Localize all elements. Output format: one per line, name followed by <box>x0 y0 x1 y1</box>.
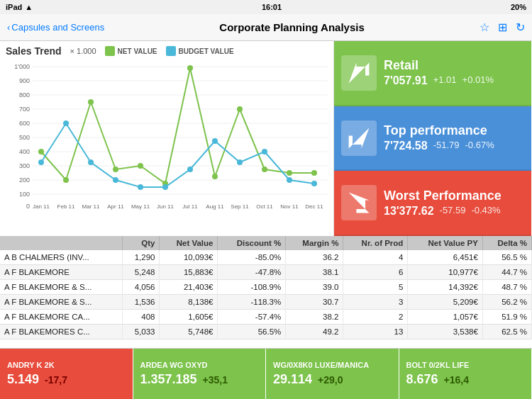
svg-point-35 <box>88 159 94 165</box>
wifi-icon: ▲ <box>25 3 33 11</box>
svg-point-29 <box>237 106 243 112</box>
svg-text:900: 900 <box>19 77 30 84</box>
chart-scale: × 1.000 <box>70 47 96 55</box>
kpi-pct-top-perf: -0.67% <box>465 140 494 152</box>
table-cell-3-3: -118.3% <box>218 295 286 310</box>
table-row: A B CHALMERS (INV...1,29010,093€-85.0%36… <box>0 250 532 265</box>
bottom-kpi-strip: ANDRY K 2K5.149-17,7ARDEA WG OXYD1.357.1… <box>0 348 532 399</box>
kpi-content-top-perf: Top performance 7'724.58 -51.79 -0.67% <box>384 123 524 152</box>
table-cell-0-3: -85.0% <box>218 250 286 265</box>
table-cell-1-1: 5,248 <box>122 265 160 280</box>
kpi-main-top-perf: 7'724.58 <box>384 140 428 152</box>
svg-text:Mar 11: Mar 11 <box>82 203 100 210</box>
svg-marker-57 <box>349 62 370 83</box>
table-cell-0-1: 1,290 <box>122 250 160 265</box>
svg-point-41 <box>237 159 243 165</box>
table-cell-4-1: 408 <box>122 310 160 325</box>
star-icon[interactable]: ☆ <box>480 21 489 34</box>
bottom-kpi-label-3: BOLT 0/2KL LIFE <box>406 361 525 369</box>
kpi-card-top-perf: Top performance 7'724.58 -51.79 -0.67% <box>334 106 531 172</box>
svg-text:Aug 11: Aug 11 <box>206 203 224 210</box>
table-cell-1-4: 38.1 <box>286 265 343 280</box>
bottom-kpi-label-1: ARDEA WG OXYD <box>140 361 259 369</box>
kpi-column: Retail 7'057.91 +1.01 +0.01% Top perform… <box>334 41 531 236</box>
table-row: A F BLAKEMORES C...5,0335,748€56.5%49.21… <box>0 325 532 339</box>
chart-svg: 1'000 900 800 700 600 500 400 300 200 10… <box>6 60 328 215</box>
table-row: A F BLAKEMORE CA...4081,605€-57.4%38.221… <box>0 310 532 325</box>
table-cell-3-2: 8,138€ <box>160 295 218 310</box>
bottom-kpi-delta-1: +35,1 <box>203 374 228 386</box>
legend-budget-dot <box>166 46 176 56</box>
table-cell-5-0: A F BLAKEMORES C... <box>0 325 122 339</box>
svg-point-25 <box>138 163 143 169</box>
svg-text:Oct 11: Oct 11 <box>256 203 273 210</box>
table-cell-2-7: 48.7 % <box>482 280 531 295</box>
svg-text:Apr 11: Apr 11 <box>107 203 124 210</box>
svg-point-33 <box>38 159 44 165</box>
kpi-delta-worst-perf: -57.59 <box>440 205 466 218</box>
back-button[interactable]: ‹ Capsules and Screens <box>7 22 104 33</box>
status-left: iPad ▲ <box>6 3 33 11</box>
battery-icon: 20% <box>511 3 526 11</box>
legend-net-dot <box>105 46 115 56</box>
table-cell-2-0: A F BLAKEMORE & S... <box>0 280 122 295</box>
bottom-kpi-3: BOLT 0/2KL LIFE8.676+16,4 <box>399 349 533 399</box>
table-row: A F BLAKEMORE & S...4,05621,403€-108.9%3… <box>0 280 532 295</box>
table-cell-1-2: 15,883€ <box>160 265 218 280</box>
table-cell-4-5: 2 <box>343 310 408 325</box>
legend-budget-label: BUDGET VALUE <box>179 47 234 55</box>
table-cell-5-4: 49.2 <box>286 325 343 339</box>
legend-budget: BUDGET VALUE <box>166 46 234 56</box>
kpi-content-worst-perf: Worst Performance 13'377.62 -57.59 -0.43… <box>384 189 524 218</box>
table-cell-0-0: A B CHALMERS (INV... <box>0 250 122 265</box>
kpi-card-retail: Retail 7'057.91 +1.01 +0.01% <box>334 41 531 106</box>
svg-point-42 <box>262 149 267 154</box>
svg-point-38 <box>162 184 168 190</box>
bottom-kpi-delta-0: -17,7 <box>45 374 67 386</box>
layout-icon[interactable]: ⊞ <box>498 21 507 34</box>
table-cell-3-7: 56.2 % <box>482 295 531 310</box>
col-header-discount: Discount % <box>218 236 286 250</box>
svg-point-21 <box>38 149 44 154</box>
table-row: A F BLAKEMORE & S...1,5368,138€-118.3%30… <box>0 295 532 310</box>
back-label[interactable]: Capsules and Screens <box>11 22 104 33</box>
bottom-kpi-label-0: ANDRY K 2K <box>7 361 126 369</box>
svg-text:Nov 11: Nov 11 <box>280 203 299 210</box>
table-cell-4-0: A F BLAKEMORE CA... <box>0 310 122 325</box>
status-right: 20% <box>511 3 526 11</box>
svg-text:700: 700 <box>19 106 30 113</box>
svg-text:0: 0 <box>26 203 30 210</box>
kpi-label-retail: Retail <box>384 58 524 73</box>
bottom-kpi-1: ARDEA WG OXYD1.357.185+35,1 <box>133 349 267 399</box>
table-cell-3-0: A F BLAKEMORE & S... <box>0 295 122 310</box>
refresh-icon[interactable]: ↻ <box>516 21 525 34</box>
table-cell-0-6: 6,451€ <box>408 250 483 265</box>
svg-text:300: 300 <box>19 162 30 169</box>
svg-point-24 <box>113 167 118 172</box>
svg-text:100: 100 <box>19 191 30 198</box>
table-cell-1-7: 44.7 % <box>482 265 531 280</box>
col-header-name <box>0 236 122 250</box>
kpi-arrow-worst-perf <box>341 185 377 220</box>
svg-point-39 <box>187 167 193 172</box>
table-cell-3-4: 30.7 <box>286 295 343 310</box>
svg-text:Dec 11: Dec 11 <box>305 203 323 210</box>
kpi-label-worst-perf: Worst Performance <box>384 189 524 203</box>
svg-point-23 <box>88 99 94 105</box>
bottom-kpi-values-0: 5.149-17,7 <box>7 372 126 387</box>
status-ipad: iPad <box>6 3 22 11</box>
svg-text:Jun 11: Jun 11 <box>157 203 174 210</box>
line-chart: 1'000 900 800 700 600 500 400 300 200 10… <box>6 60 328 212</box>
table-cell-5-5: 13 <box>343 325 408 339</box>
svg-text:Feb 11: Feb 11 <box>57 203 75 210</box>
table-cell-2-6: 14,392€ <box>408 280 483 295</box>
table-cell-5-3: 56.5% <box>218 325 286 339</box>
svg-text:Sep 11: Sep 11 <box>231 203 249 210</box>
col-header-netval: Net Value <box>160 236 218 250</box>
kpi-pct-retail: +0.01% <box>462 74 494 87</box>
kpi-delta-retail: +1.01 <box>433 74 457 87</box>
back-chevron-icon: ‹ <box>7 22 10 33</box>
kpi-pct-worst-perf: -0.43% <box>471 205 500 218</box>
table-cell-4-6: 1,057€ <box>408 310 483 325</box>
table-cell-1-5: 6 <box>343 265 408 280</box>
